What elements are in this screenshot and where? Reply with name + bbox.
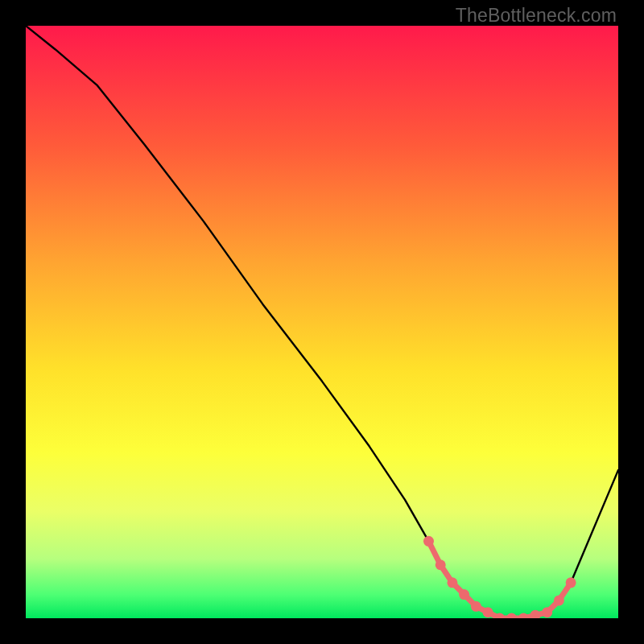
optimal-point-marker <box>483 607 493 617</box>
optimal-point-marker <box>459 589 469 600</box>
optimal-point-marker <box>423 536 434 547</box>
optimal-point-marker <box>554 595 564 605</box>
optimal-point-marker <box>566 577 576 588</box>
optimal-point-marker <box>471 601 481 612</box>
optimal-point-marker <box>447 577 457 588</box>
bottleneck-chart <box>26 26 618 618</box>
chart-frame <box>26 26 618 618</box>
optimal-point-marker <box>436 559 446 570</box>
optimal-point-marker <box>542 607 552 617</box>
chart-background <box>26 26 618 618</box>
watermark-text: TheBottleneck.com <box>456 5 617 27</box>
